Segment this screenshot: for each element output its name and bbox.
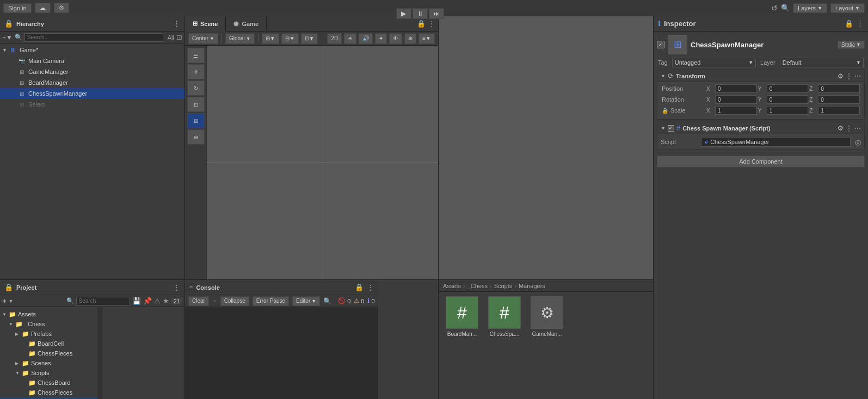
project-menu-icon[interactable]: ⋮ bbox=[173, 283, 180, 291]
scene-grid-btn[interactable]: ⊞▼ bbox=[262, 33, 279, 44]
hierarchy-menu-icon[interactable]: ⋮ bbox=[173, 20, 180, 28]
project-add-arrow[interactable]: ▼ bbox=[9, 298, 14, 304]
console-menu-icon[interactable]: ⋮ bbox=[367, 283, 374, 291]
editor-button[interactable]: Editor ▼ bbox=[292, 296, 320, 306]
chess-extra2-icon[interactable]: ⋯ bbox=[854, 124, 861, 132]
tab-game[interactable]: ◉ Game bbox=[226, 16, 267, 32]
project-search-input[interactable] bbox=[76, 297, 130, 306]
scene-light-btn[interactable]: ☀ bbox=[344, 33, 356, 44]
scene-lock-icon[interactable]: 🔒 bbox=[417, 20, 426, 28]
step-button[interactable]: ⏭ bbox=[429, 8, 444, 19]
project-warning-icon[interactable]: ⚠ bbox=[154, 297, 161, 305]
scene-hide-btn[interactable]: 👁 bbox=[389, 33, 402, 44]
tool-scale[interactable]: ⊡ bbox=[187, 97, 205, 112]
tag-dropdown[interactable]: Untagged ▼ bbox=[672, 58, 756, 67]
all-label[interactable]: All bbox=[168, 34, 174, 41]
transform-settings-icon[interactable]: ⚙ bbox=[838, 72, 844, 80]
layer-dropdown[interactable]: Default ▼ bbox=[780, 58, 864, 67]
hierarchy-lock-icon[interactable]: 🔒 bbox=[4, 20, 13, 28]
pos-y-input[interactable] bbox=[767, 84, 809, 93]
tree-chessboard[interactable]: 📁 ChessBoard bbox=[0, 378, 97, 388]
global-btn[interactable]: Global ▼ bbox=[225, 33, 255, 44]
tab-scene[interactable]: ⊞ Scene bbox=[185, 16, 226, 32]
hierarchy-item-chessspawnmanager[interactable]: ⊞ ChessSpawnManager bbox=[0, 88, 184, 99]
btn-2d[interactable]: 2D bbox=[327, 33, 342, 44]
tool-hand[interactable]: ☰ bbox=[187, 48, 205, 63]
rot-z-input[interactable] bbox=[818, 95, 860, 104]
chess-enabled-checkbox[interactable]: ✓ bbox=[668, 125, 674, 132]
scene-extra1-btn[interactable]: ⊕ bbox=[404, 33, 416, 44]
tree-chesspieces2[interactable]: 📁 ChessPieces bbox=[0, 388, 97, 397]
tree-boardcell[interactable]: 📁 BoardCell bbox=[0, 339, 97, 348]
scene-menu-icon[interactable]: ⋮ bbox=[428, 20, 435, 28]
tree-assets[interactable]: ▼📁 Assets bbox=[0, 309, 97, 319]
scale-lock-icon[interactable]: 🔒 bbox=[662, 108, 668, 114]
error-pause-button[interactable]: Error Pause bbox=[253, 296, 289, 306]
clear-button[interactable]: Clear bbox=[188, 296, 209, 306]
undo-icon[interactable]: ↺ bbox=[771, 4, 778, 13]
transform-extra-icon[interactable]: ⋮ bbox=[846, 72, 852, 80]
console-search-icon[interactable]: 🔍 bbox=[323, 297, 331, 305]
project-scrollbar[interactable] bbox=[98, 307, 102, 399]
hierarchy-item-gamemanager[interactable]: ⊞ GameManager bbox=[0, 66, 184, 77]
script-circle-icon[interactable]: ◎ bbox=[855, 138, 861, 146]
scale-z-input[interactable] bbox=[818, 106, 860, 115]
hierarchy-item-main-camera[interactable]: 📷 Main Camera bbox=[0, 55, 184, 66]
layers-button[interactable]: Layers ▼ bbox=[793, 3, 827, 13]
search-icon[interactable]: 🔍 bbox=[781, 4, 790, 12]
asset-boardman[interactable]: # BoardMan... bbox=[443, 296, 481, 337]
pos-x-input[interactable] bbox=[715, 84, 757, 93]
settings-button[interactable]: ⚙ bbox=[54, 3, 69, 13]
rot-y-input[interactable] bbox=[767, 95, 809, 104]
breadcrumb-managers[interactable]: Managers bbox=[519, 283, 545, 289]
project-lock-icon[interactable]: 🔒 bbox=[4, 283, 13, 291]
object-enabled-checkbox[interactable]: ✓ bbox=[657, 41, 664, 48]
hierarchy-add-btn[interactable]: +▼ bbox=[2, 34, 13, 41]
tree-chesspieces[interactable]: 📁 ChessPieces bbox=[0, 348, 97, 358]
hierarchy-item-game[interactable]: ▼ ⊞ Game* bbox=[0, 45, 184, 55]
inspector-menu-icon[interactable]: ⋮ bbox=[857, 20, 864, 28]
project-add-btn[interactable]: + bbox=[2, 297, 7, 305]
scene-viewport[interactable]: ☰ ✛ ↻ ⊡ ⊞ ⊕ bbox=[185, 46, 438, 279]
project-save-icon[interactable]: 💾 bbox=[132, 297, 141, 305]
project-star-icon[interactable]: ★ bbox=[163, 297, 169, 305]
scale-y-input[interactable] bbox=[767, 106, 809, 115]
hierarchy-item-select[interactable]: ⊞ Select bbox=[0, 99, 184, 110]
layout-button[interactable]: Layout ▼ bbox=[830, 3, 865, 13]
tree-prefabs[interactable]: ▶📁 Prefabs bbox=[0, 329, 97, 339]
rot-x-input[interactable] bbox=[715, 95, 757, 104]
scene-snap-btn[interactable]: ⊟▼ bbox=[281, 33, 299, 44]
tool-rect[interactable]: ⊞ bbox=[187, 113, 205, 128]
asset-gameman[interactable]: ⚙ GameMan... bbox=[528, 296, 566, 337]
hierarchy-search-input[interactable] bbox=[24, 33, 163, 42]
chess-script-header[interactable]: ▼ ✓ # Chess Spawn Manager (Script) ⚙ ⋮ ⋯ bbox=[657, 122, 864, 134]
transform-section-header[interactable]: ▼ ⟳ Transform ⚙ ⋮ ⋯ bbox=[657, 70, 864, 82]
project-pin-icon[interactable]: 📌 bbox=[143, 297, 152, 305]
pause-button[interactable]: ⏸ bbox=[413, 8, 428, 19]
add-component-button[interactable]: Add Component bbox=[657, 155, 865, 167]
pos-z-input[interactable] bbox=[818, 84, 860, 93]
tool-rotate[interactable]: ↻ bbox=[187, 80, 205, 96]
tool-move[interactable]: ✛ bbox=[187, 64, 205, 79]
asset-chessspa[interactable]: # ChessSpa... bbox=[485, 296, 524, 337]
tree-scenes[interactable]: ▶📁 Scenes bbox=[0, 358, 97, 368]
hierarchy-item-boardmanager[interactable]: ⊞ BoardManager bbox=[0, 77, 184, 88]
collapse-button[interactable]: Collapse bbox=[220, 296, 249, 306]
center-btn[interactable]: Center ▼ bbox=[188, 33, 218, 44]
sign-in-button[interactable]: Sign in bbox=[3, 3, 32, 13]
breadcrumb-scripts[interactable]: Scripts bbox=[494, 283, 513, 289]
hierarchy-view-icon[interactable]: ⊡ bbox=[176, 33, 182, 41]
scale-x-input[interactable] bbox=[715, 106, 757, 115]
scene-extra2-btn[interactable]: ≡▼ bbox=[418, 33, 435, 44]
transform-extra2-icon[interactable]: ⋯ bbox=[854, 72, 861, 80]
inspector-lock-icon[interactable]: 🔒 bbox=[845, 20, 853, 28]
tree-chess[interactable]: ▼📁 _Chess bbox=[0, 319, 97, 329]
play-button[interactable]: ▶ bbox=[396, 8, 411, 19]
tree-scripts[interactable]: ▼📁 Scripts bbox=[0, 368, 97, 378]
chess-settings-icon[interactable]: ⚙ bbox=[838, 124, 844, 132]
console-lock-icon[interactable]: 🔒 bbox=[355, 283, 364, 291]
tool-transform[interactable]: ⊕ bbox=[187, 129, 205, 145]
static-badge[interactable]: Static ▼ bbox=[838, 41, 865, 49]
scene-effect-btn[interactable]: ✦ bbox=[375, 33, 387, 44]
breadcrumb-assets[interactable]: Assets bbox=[443, 283, 461, 289]
